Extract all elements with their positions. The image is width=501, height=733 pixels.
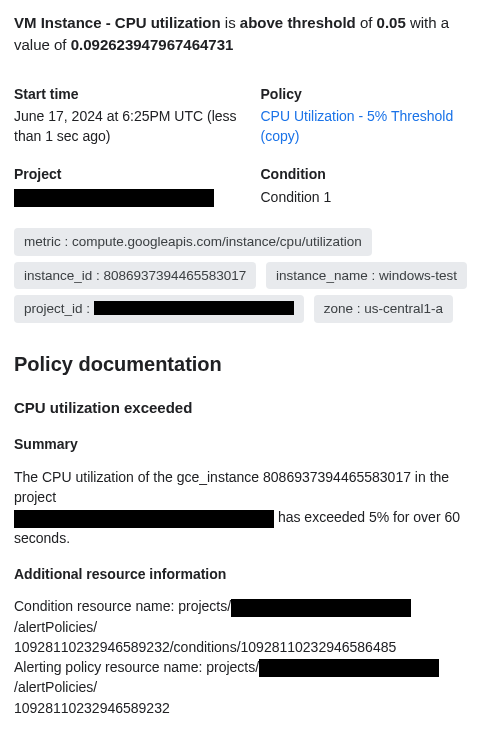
chip-project-id-redacted bbox=[94, 301, 294, 315]
chip-metric: metric : compute.googleapis.com/instance… bbox=[14, 228, 372, 256]
start-time-label: Start time bbox=[14, 84, 241, 104]
summary-project-redacted bbox=[14, 510, 274, 528]
info-row-1: Start time June 17, 2024 at 6:25PM UTC (… bbox=[14, 84, 487, 147]
condition-value: Condition 1 bbox=[261, 187, 488, 207]
alert-headline: VM Instance - CPU utilization is above t… bbox=[14, 12, 487, 56]
condition-project-redacted bbox=[231, 599, 411, 617]
info-row-2: Project Condition Condition 1 bbox=[14, 164, 487, 207]
summary-text: The CPU utilization of the gce_instance … bbox=[14, 467, 487, 548]
project-label: Project bbox=[14, 164, 241, 184]
policy-label: Policy bbox=[261, 84, 488, 104]
policy-link[interactable]: CPU Utilization - 5% Threshold (copy) bbox=[261, 108, 454, 144]
condition-label: Condition bbox=[261, 164, 488, 184]
chip-instance-id: instance_id : 8086937394465583017 bbox=[14, 262, 256, 290]
resource-info: Condition resource name: projects/ /aler… bbox=[14, 596, 487, 718]
alert-project-redacted bbox=[259, 659, 439, 677]
condition-block: Condition Condition 1 bbox=[261, 164, 488, 207]
headline-state: above threshold bbox=[240, 14, 356, 31]
start-time-block: Start time June 17, 2024 at 6:25PM UTC (… bbox=[14, 84, 241, 147]
headline-subject: VM Instance - CPU utilization bbox=[14, 14, 221, 31]
project-block: Project bbox=[14, 164, 241, 207]
summary-heading: Summary bbox=[14, 434, 487, 454]
chip-instance-name: instance_name : windows-test bbox=[266, 262, 467, 290]
doc-title: CPU utilization exceeded bbox=[14, 397, 487, 419]
headline-threshold: 0.05 bbox=[377, 14, 406, 31]
headline-value: 0.092623947967464731 bbox=[71, 36, 234, 53]
policy-block: Policy CPU Utilization - 5% Threshold (c… bbox=[261, 84, 488, 147]
chip-project-id: project_id : bbox=[14, 295, 304, 323]
chip-zone: zone : us-central1-a bbox=[314, 295, 453, 323]
start-time-value: June 17, 2024 at 6:25PM UTC (less than 1… bbox=[14, 106, 241, 147]
additional-resource-heading: Additional resource information bbox=[14, 564, 487, 584]
label-chips: metric : compute.googleapis.com/instance… bbox=[14, 225, 487, 326]
policy-documentation-heading: Policy documentation bbox=[14, 350, 487, 379]
project-value-redacted bbox=[14, 189, 214, 207]
